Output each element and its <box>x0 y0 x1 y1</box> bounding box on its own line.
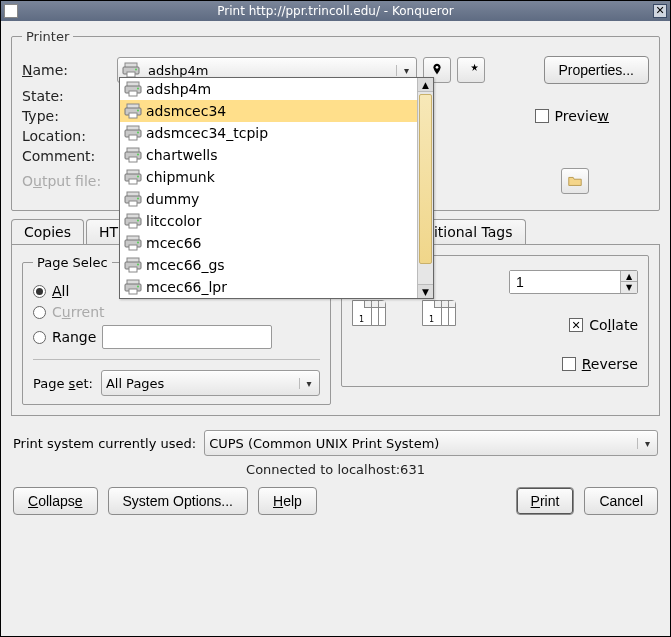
printer-option-label: adsmcec34 <box>146 103 226 119</box>
printer-name-value: adshp4m <box>144 63 396 78</box>
printer-icon <box>124 256 142 274</box>
printer-option[interactable]: adsmcec34_tcpip <box>120 122 417 144</box>
printer-option-label: mcec66 <box>146 235 201 251</box>
printer-option-label: adsmcec34_tcpip <box>146 125 268 141</box>
radio-range[interactable]: Range <box>33 325 320 349</box>
print-dialog-window: Print http://ppr.trincoll.edu/ - Konquer… <box>0 0 671 637</box>
printer-icon <box>124 80 142 98</box>
browse-output-button[interactable] <box>561 168 589 194</box>
output-file-label: Output file: <box>22 173 117 189</box>
tab-html[interactable]: HT <box>86 219 121 244</box>
printer-option[interactable]: mcec66_lpr <box>120 276 417 298</box>
range-input[interactable] <box>102 325 272 349</box>
app-icon <box>4 4 18 18</box>
printer-icon <box>124 102 142 120</box>
printer-option[interactable]: adsmcec34 <box>120 100 417 122</box>
system-options-button[interactable]: System Options... <box>108 487 248 515</box>
printer-icon <box>124 190 142 208</box>
page-set-label: Page set: <box>33 376 93 391</box>
checkbox-box <box>535 109 549 123</box>
printer-option[interactable]: dummy <box>120 188 417 210</box>
spin-down-icon[interactable]: ▼ <box>621 282 637 293</box>
printer-network-icon <box>124 124 142 142</box>
chevron-down-icon[interactable]: ▾ <box>637 438 657 449</box>
printer-icon <box>124 168 142 186</box>
printer-dropdown-list[interactable]: adshp4madsmcec34adsmcec34_tcpipchartwell… <box>119 77 434 299</box>
help-button[interactable]: Help <box>258 487 317 515</box>
printer-option[interactable]: mcec66_gs <box>120 254 417 276</box>
spin-up-icon[interactable]: ▲ <box>621 271 637 282</box>
window-title: Print http://ppr.trincoll.edu/ - Konquer… <box>217 4 453 18</box>
wizard-button[interactable] <box>457 57 485 83</box>
printer-legend: Printer <box>22 29 73 44</box>
copies-input[interactable] <box>510 271 620 293</box>
printer-icon <box>124 146 142 164</box>
chevron-down-icon[interactable]: ▾ <box>299 378 319 389</box>
printer-option-label: chartwells <box>146 147 218 163</box>
collate-illustration: 3 2 1 <box>352 300 412 350</box>
printer-option[interactable]: chipmunk <box>120 166 417 188</box>
printer-option[interactable]: chartwells <box>120 144 417 166</box>
printer-option-label: dummy <box>146 191 199 207</box>
name-label: Name: <box>22 62 117 78</box>
printer-option-label: mcec66_lpr <box>146 279 227 295</box>
printer-option-label: litccolor <box>146 213 201 229</box>
comment-label: Comment: <box>22 148 117 164</box>
scrollbar[interactable]: ▲ ▼ <box>417 78 433 298</box>
folder-open-icon <box>567 173 583 189</box>
collate-illustration: 3 2 1 <box>422 300 482 350</box>
page-set-combo[interactable]: All Pages ▾ <box>101 370 320 396</box>
collate-checkbox[interactable]: ✕ Collate <box>569 317 638 333</box>
scroll-up-icon[interactable]: ▲ <box>418 78 433 92</box>
connection-status: Connected to localhost:631 <box>11 462 660 477</box>
collapse-button[interactable]: Collapse <box>13 487 98 515</box>
close-icon[interactable]: ✕ <box>653 4 667 18</box>
tab-copies[interactable]: Copies <box>11 219 84 244</box>
cancel-button[interactable]: Cancel <box>584 487 658 515</box>
print-system-combo[interactable]: CUPS (Common UNIX Print System) ▾ <box>204 430 658 456</box>
radio-current: Current <box>33 304 320 320</box>
chevron-down-icon[interactable]: ▾ <box>396 65 416 76</box>
state-label: State: <box>22 88 117 104</box>
scroll-thumb[interactable] <box>419 94 432 264</box>
titlebar[interactable]: Print http://ppr.trincoll.edu/ - Konquer… <box>1 1 670 21</box>
printer-option-label: adshp4m <box>146 81 211 97</box>
printer-option[interactable]: mcec66 <box>120 232 417 254</box>
reverse-checkbox[interactable]: Reverse <box>562 356 638 372</box>
print-system-label: Print system currently used: <box>13 436 196 451</box>
printer-option-label: mcec66_gs <box>146 257 225 273</box>
printer-option-label: chipmunk <box>146 169 215 185</box>
printer-option[interactable]: litccolor <box>120 210 417 232</box>
preview-checkbox[interactable]: Preview <box>535 108 610 124</box>
printer-icon <box>124 234 142 252</box>
printer-icon <box>124 212 142 230</box>
scroll-down-icon[interactable]: ▼ <box>418 284 433 298</box>
printer-icon <box>124 278 142 296</box>
copies-spinner[interactable]: ▲ ▼ <box>509 270 638 294</box>
radio-dot <box>33 285 46 298</box>
pin-icon <box>429 62 445 78</box>
type-label: Type: <box>22 108 117 124</box>
print-button[interactable]: Print <box>516 487 575 515</box>
properties-button[interactable]: Properties... <box>544 56 649 84</box>
page-selection-legend: Page Selec <box>33 255 112 270</box>
printer-option[interactable]: adshp4m <box>120 78 417 100</box>
wand-icon <box>463 62 479 78</box>
location-label: Location: <box>22 128 117 144</box>
